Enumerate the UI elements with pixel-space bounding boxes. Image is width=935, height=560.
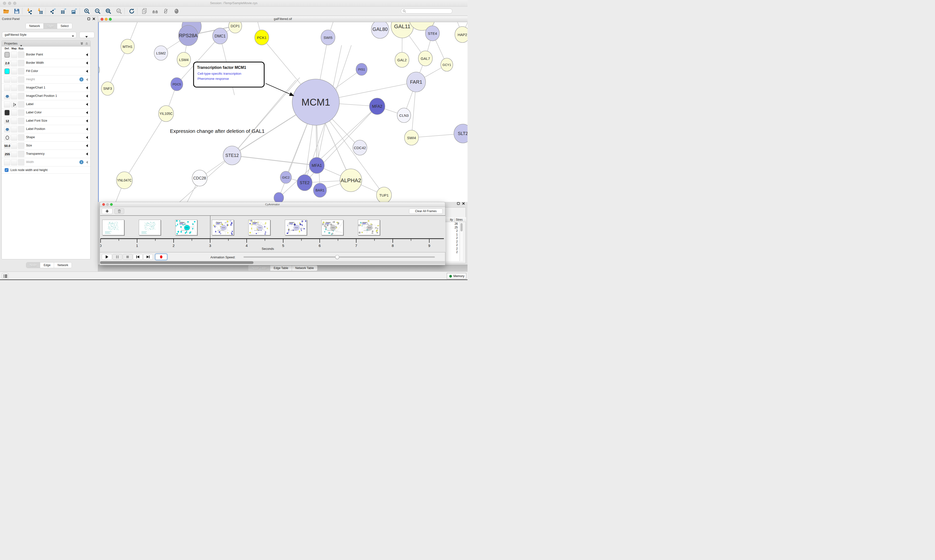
network-node-nbot[interactable] bbox=[274, 192, 284, 202]
property-row-height[interactable]: Heighti bbox=[2, 75, 90, 84]
import-table-icon[interactable] bbox=[37, 8, 43, 14]
annotation-box[interactable]: Transcription factor MCM1Cell-type-speci… bbox=[194, 62, 293, 95]
expand-arrow-icon[interactable] bbox=[86, 152, 88, 155]
table-cell[interactable]: 2 bbox=[444, 247, 459, 251]
property-cell[interactable] bbox=[11, 134, 17, 141]
expand-arrow-icon[interactable] bbox=[86, 95, 88, 98]
style-target-tab-edge[interactable]: Edge bbox=[40, 263, 54, 268]
property-row-border-paint[interactable]: Border Paint bbox=[2, 51, 90, 59]
network-node-CDC42[interactable]: CDC42 bbox=[353, 140, 367, 155]
frame-thumbnail-3[interactable]: MCM1 bbox=[175, 220, 197, 235]
network-node-GCY1[interactable]: GCY1 bbox=[441, 58, 453, 71]
close-icon[interactable] bbox=[462, 202, 465, 206]
save-icon[interactable] bbox=[14, 8, 20, 14]
network-node-CLN3[interactable]: CLN3 bbox=[397, 108, 411, 123]
network-node-FAR1[interactable]: FAR1 bbox=[407, 72, 426, 92]
pause-button[interactable] bbox=[113, 254, 122, 260]
expand-all-icon[interactable] bbox=[80, 42, 83, 46]
network-node-BAR1[interactable]: BAR1 bbox=[313, 183, 327, 197]
network-node-STE12[interactable]: STE12 bbox=[223, 146, 241, 165]
memory-status-button[interactable]: Memory bbox=[447, 273, 466, 279]
tab-style[interactable]: Style bbox=[43, 23, 57, 29]
expand-arrow-icon[interactable] bbox=[86, 103, 88, 106]
info-icon[interactable]: i bbox=[79, 160, 83, 164]
skip-start-button[interactable] bbox=[133, 254, 143, 260]
cyanimator-timeline[interactable]: 0123456789 Seconds MCM1MCM1MCM1MCM1MCM1M… bbox=[100, 215, 445, 252]
network-node-LSM4[interactable]: LSM4 bbox=[177, 52, 191, 67]
network-node-MTH1[interactable]: MTH1 bbox=[121, 39, 134, 54]
tab-select[interactable]: Select bbox=[57, 23, 72, 29]
table-cell[interactable]: 2 bbox=[444, 250, 459, 254]
property-row-label-font-size[interactable]: 12Label Font Size bbox=[2, 117, 90, 125]
table-cell[interactable]: 26 bbox=[444, 222, 459, 226]
network-node-PCK1[interactable]: PCK1 bbox=[255, 30, 269, 45]
table-cell[interactable]: 2 bbox=[444, 229, 459, 233]
property-row-size[interactable]: 50.0Size bbox=[2, 142, 90, 150]
network-node-PDC5[interactable]: PDC5 bbox=[171, 78, 183, 91]
property-cell[interactable] bbox=[4, 134, 10, 141]
property-row-border-width[interactable]: 2.0Border Width bbox=[2, 59, 90, 67]
network-node-TUP1[interactable]: TUP1 bbox=[376, 187, 392, 202]
frame-thumbnail-7[interactable]: MCM1 bbox=[321, 220, 343, 235]
style-target-tab-network[interactable]: Network bbox=[54, 263, 72, 268]
property-cell[interactable] bbox=[11, 68, 17, 74]
table-tab-network-table[interactable]: Network Table bbox=[292, 265, 317, 271]
network-node-MFA2[interactable]: MFA2 bbox=[369, 98, 385, 115]
table-tab-edge-table[interactable]: Edge Table bbox=[270, 265, 292, 271]
property-cell[interactable] bbox=[4, 76, 10, 83]
play-button[interactable] bbox=[102, 254, 112, 260]
property-cell[interactable]: 50.0 bbox=[4, 143, 10, 149]
search-input[interactable] bbox=[407, 9, 451, 13]
frame-thumbnail-8[interactable]: MCM1 bbox=[358, 220, 380, 235]
network-node-RPS28A[interactable]: RPS28A bbox=[179, 25, 198, 46]
property-row-image-chart-position-1[interactable]: Image/Chart Position 1 bbox=[2, 92, 90, 100]
expand-arrow-icon[interactable] bbox=[86, 86, 88, 89]
network-node-DMC1[interactable]: DMC1 bbox=[213, 28, 228, 44]
expand-arrow-icon[interactable] bbox=[86, 136, 88, 139]
expand-arrow-icon[interactable] bbox=[86, 53, 88, 56]
export-table-icon[interactable] bbox=[60, 8, 67, 14]
network-node-CDC28[interactable]: CDC28 bbox=[192, 170, 207, 186]
record-button[interactable] bbox=[155, 254, 167, 260]
network-node-MCM1[interactable]: MCM1 bbox=[292, 79, 339, 125]
cyanimator-titlebar[interactable]: CyAnimator bbox=[100, 202, 445, 207]
expand-arrow-icon[interactable] bbox=[86, 78, 88, 81]
add-frame-button[interactable] bbox=[102, 208, 113, 214]
expand-arrow-icon[interactable] bbox=[86, 144, 88, 147]
table-cell[interactable]: 25 bbox=[444, 226, 459, 229]
birdseye-icon[interactable] bbox=[152, 8, 158, 14]
property-row-label-position[interactable]: Label Position bbox=[2, 125, 90, 133]
frame-thumbnail-6[interactable]: MCM1 bbox=[285, 220, 307, 235]
property-cell[interactable] bbox=[4, 109, 10, 116]
network-node-MFA1[interactable]: MFA1 bbox=[309, 157, 324, 174]
table-cell[interactable]: 2 bbox=[444, 240, 459, 243]
property-row-label-color[interactable]: Label Color bbox=[2, 109, 90, 117]
table-cell[interactable]: 2 bbox=[444, 243, 459, 247]
property-cell[interactable] bbox=[4, 93, 10, 99]
stop-button[interactable] bbox=[123, 254, 133, 260]
delete-frame-button[interactable] bbox=[114, 208, 124, 214]
style-options-button[interactable] bbox=[79, 32, 94, 38]
property-cell[interactable] bbox=[4, 52, 10, 58]
show-details-icon[interactable] bbox=[173, 8, 180, 14]
task-history-button[interactable] bbox=[2, 273, 9, 279]
search-box[interactable] bbox=[401, 9, 452, 14]
animation-speed-slider[interactable] bbox=[244, 256, 435, 258]
property-cell[interactable] bbox=[11, 109, 17, 116]
style-combo[interactable]: galFiltered Style bbox=[2, 32, 76, 38]
export-image-icon[interactable] bbox=[71, 8, 77, 14]
tab-network[interactable]: Network bbox=[26, 23, 43, 29]
property-cell[interactable] bbox=[11, 126, 17, 132]
property-cell[interactable] bbox=[4, 126, 10, 132]
skip-end-button[interactable] bbox=[143, 254, 153, 260]
property-cell[interactable] bbox=[11, 159, 17, 165]
property-cell[interactable] bbox=[11, 85, 17, 91]
property-cell[interactable] bbox=[11, 151, 17, 157]
property-cell[interactable] bbox=[11, 143, 17, 149]
property-cell[interactable] bbox=[11, 93, 17, 99]
frame-thumbnail-4[interactable]: MCM1 bbox=[212, 220, 234, 235]
network-node-GAL80[interactable]: GAL80 bbox=[371, 22, 389, 38]
zoom-selected-icon[interactable] bbox=[116, 8, 122, 14]
network-node-GAL7[interactable]: GAL7 bbox=[418, 51, 432, 66]
network-node-STE2[interactable]: STE2 bbox=[297, 175, 312, 191]
